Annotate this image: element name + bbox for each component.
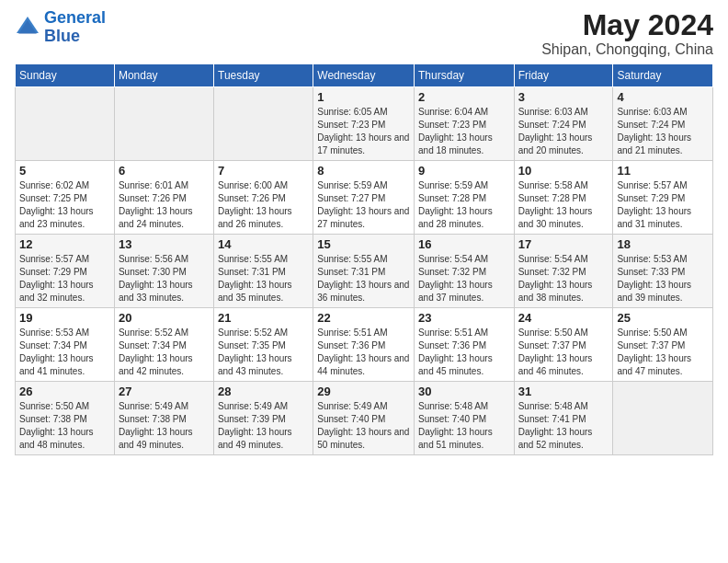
- logo-icon: [15, 15, 40, 40]
- day-number: 29: [317, 385, 410, 398]
- day-info: Sunrise: 5:51 AM Sunset: 7:36 PM Dayligh…: [418, 327, 510, 378]
- day-info: Sunrise: 5:56 AM Sunset: 7:30 PM Dayligh…: [119, 253, 210, 304]
- day-number: 8: [317, 164, 410, 178]
- calendar-cell: 4Sunrise: 6:03 AM Sunset: 7:24 PM Daylig…: [613, 87, 713, 161]
- weekday-header: Friday: [514, 64, 613, 87]
- calendar-week-row: 26Sunrise: 5:50 AM Sunset: 7:38 PM Dayli…: [16, 382, 713, 455]
- day-number: 22: [317, 311, 410, 325]
- calendar-cell: 24Sunrise: 5:50 AM Sunset: 7:37 PM Dayli…: [514, 308, 613, 382]
- day-number: 30: [418, 385, 510, 398]
- day-info: Sunrise: 5:49 AM Sunset: 7:39 PM Dayligh…: [218, 400, 309, 452]
- day-info: Sunrise: 5:50 AM Sunset: 7:37 PM Dayligh…: [617, 327, 709, 378]
- day-info: Sunrise: 6:03 AM Sunset: 7:24 PM Dayligh…: [518, 106, 609, 157]
- day-number: 12: [19, 237, 110, 251]
- day-number: 21: [218, 311, 309, 325]
- day-info: Sunrise: 5:52 AM Sunset: 7:35 PM Dayligh…: [218, 327, 309, 378]
- day-number: 25: [617, 311, 709, 325]
- calendar-week-row: 1Sunrise: 6:05 AM Sunset: 7:23 PM Daylig…: [16, 87, 713, 161]
- calendar-cell: 2Sunrise: 6:04 AM Sunset: 7:23 PM Daylig…: [415, 87, 515, 161]
- day-number: 4: [617, 90, 709, 104]
- day-info: Sunrise: 5:48 AM Sunset: 7:40 PM Dayligh…: [418, 400, 510, 452]
- calendar-cell: 18Sunrise: 5:53 AM Sunset: 7:33 PM Dayli…: [613, 235, 713, 308]
- day-number: 15: [317, 237, 410, 251]
- calendar-cell: 16Sunrise: 5:54 AM Sunset: 7:32 PM Dayli…: [415, 235, 515, 308]
- day-number: 2: [418, 90, 510, 104]
- day-info: Sunrise: 5:50 AM Sunset: 7:37 PM Dayligh…: [518, 327, 609, 378]
- day-info: Sunrise: 5:49 AM Sunset: 7:40 PM Dayligh…: [317, 400, 410, 452]
- day-info: Sunrise: 5:50 AM Sunset: 7:38 PM Dayligh…: [19, 400, 110, 452]
- calendar-week-row: 12Sunrise: 5:57 AM Sunset: 7:29 PM Dayli…: [16, 235, 713, 308]
- calendar-cell: [114, 87, 213, 161]
- sub-title: Shipan, Chongqing, China: [541, 41, 713, 58]
- day-number: 5: [19, 164, 110, 178]
- main-title: May 2024: [541, 9, 713, 41]
- day-number: 6: [119, 164, 210, 178]
- day-info: Sunrise: 5:52 AM Sunset: 7:34 PM Dayligh…: [119, 327, 210, 378]
- calendar-cell: 8Sunrise: 5:59 AM Sunset: 7:27 PM Daylig…: [313, 161, 415, 235]
- day-number: 27: [119, 385, 210, 398]
- weekday-header-row: SundayMondayTuesdayWednesdayThursdayFrid…: [16, 64, 713, 87]
- calendar-cell: 22Sunrise: 5:51 AM Sunset: 7:36 PM Dayli…: [313, 308, 415, 382]
- calendar-cell: 15Sunrise: 5:55 AM Sunset: 7:31 PM Dayli…: [313, 235, 415, 308]
- day-number: 28: [218, 385, 309, 398]
- calendar-cell: [16, 87, 115, 161]
- day-number: 3: [518, 90, 609, 104]
- calendar-cell: 26Sunrise: 5:50 AM Sunset: 7:38 PM Dayli…: [16, 382, 115, 455]
- day-number: 14: [218, 237, 309, 251]
- day-info: Sunrise: 5:54 AM Sunset: 7:32 PM Dayligh…: [418, 253, 510, 304]
- day-number: 1: [317, 90, 410, 104]
- day-info: Sunrise: 6:02 AM Sunset: 7:25 PM Dayligh…: [19, 179, 110, 231]
- day-info: Sunrise: 5:51 AM Sunset: 7:36 PM Dayligh…: [317, 327, 410, 378]
- day-number: 20: [119, 311, 210, 325]
- logo-text: General Blue: [44, 9, 106, 46]
- weekday-header: Thursday: [415, 64, 515, 87]
- calendar: SundayMondayTuesdayWednesdayThursdayFrid…: [15, 63, 713, 455]
- day-info: Sunrise: 5:59 AM Sunset: 7:27 PM Dayligh…: [317, 179, 410, 231]
- calendar-cell: 1Sunrise: 6:05 AM Sunset: 7:23 PM Daylig…: [313, 87, 415, 161]
- calendar-cell: 13Sunrise: 5:56 AM Sunset: 7:30 PM Dayli…: [114, 235, 213, 308]
- weekday-header: Wednesday: [313, 64, 415, 87]
- calendar-cell: 21Sunrise: 5:52 AM Sunset: 7:35 PM Dayli…: [214, 308, 313, 382]
- calendar-cell: 6Sunrise: 6:01 AM Sunset: 7:26 PM Daylig…: [114, 161, 213, 235]
- logo: General Blue: [15, 9, 106, 46]
- calendar-cell: 27Sunrise: 5:49 AM Sunset: 7:38 PM Dayli…: [114, 382, 213, 455]
- day-number: 18: [617, 237, 709, 251]
- day-number: 24: [518, 311, 609, 325]
- calendar-cell: 10Sunrise: 5:58 AM Sunset: 7:28 PM Dayli…: [514, 161, 613, 235]
- calendar-cell: 28Sunrise: 5:49 AM Sunset: 7:39 PM Dayli…: [214, 382, 313, 455]
- weekday-header: Sunday: [16, 64, 115, 87]
- day-number: 26: [19, 385, 110, 398]
- calendar-cell: [214, 87, 313, 161]
- day-info: Sunrise: 6:05 AM Sunset: 7:23 PM Dayligh…: [317, 106, 410, 157]
- day-info: Sunrise: 5:55 AM Sunset: 7:31 PM Dayligh…: [218, 253, 309, 304]
- calendar-cell: 5Sunrise: 6:02 AM Sunset: 7:25 PM Daylig…: [16, 161, 115, 235]
- calendar-cell: 23Sunrise: 5:51 AM Sunset: 7:36 PM Dayli…: [415, 308, 515, 382]
- day-number: 11: [617, 164, 709, 178]
- header: General Blue May 2024 Shipan, Chongqing,…: [15, 9, 713, 58]
- day-info: Sunrise: 5:53 AM Sunset: 7:34 PM Dayligh…: [19, 327, 110, 378]
- calendar-cell: 11Sunrise: 5:57 AM Sunset: 7:29 PM Dayli…: [613, 161, 713, 235]
- calendar-cell: 25Sunrise: 5:50 AM Sunset: 7:37 PM Dayli…: [613, 308, 713, 382]
- calendar-cell: 29Sunrise: 5:49 AM Sunset: 7:40 PM Dayli…: [313, 382, 415, 455]
- day-info: Sunrise: 5:59 AM Sunset: 7:28 PM Dayligh…: [418, 179, 510, 231]
- calendar-cell: 14Sunrise: 5:55 AM Sunset: 7:31 PM Dayli…: [214, 235, 313, 308]
- day-info: Sunrise: 5:53 AM Sunset: 7:33 PM Dayligh…: [617, 253, 709, 304]
- calendar-cell: 19Sunrise: 5:53 AM Sunset: 7:34 PM Dayli…: [16, 308, 115, 382]
- day-info: Sunrise: 6:01 AM Sunset: 7:26 PM Dayligh…: [119, 179, 210, 231]
- day-number: 19: [19, 311, 110, 325]
- day-info: Sunrise: 5:48 AM Sunset: 7:41 PM Dayligh…: [518, 400, 609, 452]
- page: General Blue May 2024 Shipan, Chongqing,…: [0, 0, 728, 465]
- day-info: Sunrise: 5:57 AM Sunset: 7:29 PM Dayligh…: [617, 179, 709, 231]
- calendar-cell: 12Sunrise: 5:57 AM Sunset: 7:29 PM Dayli…: [16, 235, 115, 308]
- calendar-cell: 3Sunrise: 6:03 AM Sunset: 7:24 PM Daylig…: [514, 87, 613, 161]
- day-info: Sunrise: 6:03 AM Sunset: 7:24 PM Dayligh…: [617, 106, 709, 157]
- calendar-week-row: 19Sunrise: 5:53 AM Sunset: 7:34 PM Dayli…: [16, 308, 713, 382]
- day-info: Sunrise: 6:04 AM Sunset: 7:23 PM Dayligh…: [418, 106, 510, 157]
- weekday-header: Tuesday: [214, 64, 313, 87]
- weekday-header: Saturday: [613, 64, 713, 87]
- calendar-cell: 7Sunrise: 6:00 AM Sunset: 7:26 PM Daylig…: [214, 161, 313, 235]
- calendar-cell: 20Sunrise: 5:52 AM Sunset: 7:34 PM Dayli…: [114, 308, 213, 382]
- day-number: 23: [418, 311, 510, 325]
- day-info: Sunrise: 5:57 AM Sunset: 7:29 PM Dayligh…: [19, 253, 110, 304]
- logo-blue: Blue: [44, 27, 80, 45]
